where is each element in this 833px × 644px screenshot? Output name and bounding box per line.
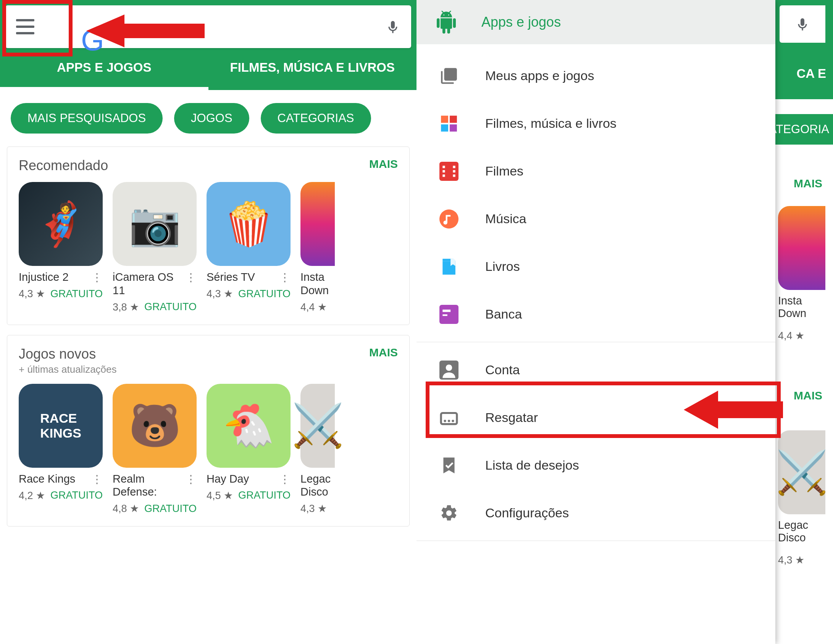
section-subtitle: + últimas atualizações — [19, 364, 117, 375]
svg-rect-16 — [442, 314, 447, 316]
svg-rect-3 — [441, 124, 448, 132]
chip-most-searched[interactable]: MAIS PESQUISADOS — [11, 103, 163, 134]
more-link[interactable]: MAIS — [794, 389, 822, 402]
app-card[interactable]: 🐻 Realm Defense:⋮ 4,8 ★GRATUITO — [113, 384, 197, 515]
app-name: Hay Day — [207, 472, 277, 486]
app-rating: 4,2 ★ — [19, 489, 45, 502]
svg-point-22 — [452, 420, 454, 422]
filter-chips: MAIS PESQUISADOS JOGOS CATEGORIAS — [0, 90, 416, 147]
svg-rect-11 — [453, 174, 455, 177]
app-price: GRATUITO — [238, 288, 291, 300]
drawer-item-label: Livros — [485, 259, 520, 274]
app-price: GRATUITO — [144, 503, 197, 515]
app-name: Insta Down — [300, 270, 335, 297]
svg-rect-9 — [453, 166, 455, 168]
drawer-item-label: Resgatar — [485, 410, 538, 425]
app-rating: 3,8 ★ — [113, 301, 139, 313]
drawer-item-movies[interactable]: Filmes — [416, 147, 775, 195]
app-price: GRATUITO — [50, 489, 103, 501]
drawer-header[interactable]: Apps e jogos — [416, 0, 775, 44]
drawer-item-media[interactable]: Filmes, música e livros — [416, 100, 775, 147]
app-icon: RACEKINGS — [19, 384, 103, 468]
overflow-icon[interactable]: ⋮ — [89, 472, 103, 486]
app-rating: 4,5 ★ — [207, 489, 233, 502]
navigation-drawer: Apps e jogos Meus apps e jogos — [416, 0, 775, 644]
svg-rect-14 — [439, 305, 458, 324]
section-title: Jogos novos — [19, 346, 117, 362]
settings-icon — [439, 503, 459, 523]
background-peek: CA E ATEGORIA MAIS Insta Down 4,4 ★ MAIS… — [772, 0, 833, 644]
screenshot-right: CA E ATEGORIA MAIS Insta Down 4,4 ★ MAIS… — [416, 0, 833, 644]
chip-categories[interactable]: CATEGORIAS — [261, 103, 371, 134]
app-card[interactable]: 🍿 Séries TV⋮ 4,3 ★GRATUITO — [207, 182, 291, 313]
section-title: Recomendado — [19, 158, 108, 174]
more-link[interactable]: MAIS — [369, 158, 398, 171]
app-rating: 4,8 ★ — [113, 502, 139, 515]
voice-search-icon[interactable] — [385, 15, 400, 38]
app-name: Race Kings — [19, 472, 89, 486]
drawer-item-my-apps[interactable]: Meus apps e jogos — [416, 52, 775, 100]
app-rating: 4,4 ★ — [778, 330, 828, 342]
app-card[interactable]: 🐔 Hay Day⋮ 4,5 ★GRATUITO — [207, 384, 291, 515]
app-icon: ⚔️ — [300, 384, 335, 468]
app-icon: 🐻 — [113, 384, 197, 468]
app-icon: ⚔️ — [778, 430, 825, 514]
drawer-item-music[interactable]: Música — [416, 195, 775, 243]
drawer-item-label: Música — [485, 211, 526, 226]
app-price: GRATUITO — [238, 489, 291, 501]
app-name: Séries TV — [207, 270, 277, 284]
drawer-item-label: Meus apps e jogos — [485, 68, 594, 83]
overflow-icon[interactable]: ⋮ — [183, 270, 197, 284]
overflow-icon[interactable]: ⋮ — [277, 270, 291, 284]
app-row: RACEKINGS Race Kings⋮ 4,2 ★GRATUITO 🐻 Re… — [7, 378, 409, 526]
overflow-icon[interactable]: ⋮ — [89, 270, 103, 284]
drawer-item-wishlist[interactable]: Lista de desejos — [416, 441, 775, 489]
app-name: Realm Defense: — [113, 472, 183, 499]
app-card[interactable]: RACEKINGS Race Kings⋮ 4,2 ★GRATUITO — [19, 384, 103, 515]
search-bar[interactable]: G — [5, 5, 411, 48]
drawer-item-label: Filmes, música e livros — [485, 116, 617, 131]
voice-search-icon[interactable] — [795, 13, 810, 35]
app-card[interactable]: 📷 iCamera OS 11⋮ 3,8 ★GRATUITO — [113, 182, 197, 313]
svg-rect-2 — [450, 116, 457, 123]
news-icon — [439, 304, 459, 325]
app-card[interactable]: ⚔️ Legac Disco 4,3 ★ — [300, 384, 335, 515]
drawer-item-settings[interactable]: Configurações — [416, 489, 775, 537]
book-icon — [439, 256, 459, 277]
tab-movies-music-books[interactable]: FILMES, MÚSICA E LIVROS — [208, 48, 417, 90]
svg-rect-8 — [442, 174, 445, 177]
app-card[interactable]: ⚔️ Legac Disco 4,3 ★ — [778, 430, 828, 566]
chip-games[interactable]: JOGOS — [174, 103, 249, 134]
redeem-icon — [439, 407, 459, 428]
search-bar-container: G — [0, 0, 416, 48]
app-icon: 🦸 — [19, 182, 103, 266]
svg-rect-6 — [442, 166, 445, 168]
overflow-icon[interactable]: ⋮ — [277, 472, 291, 486]
primary-tabs: APPS E JOGOS FILMES, MÚSICA E LIVROS — [0, 48, 416, 90]
drawer-item-label: Configurações — [485, 506, 569, 520]
svg-rect-19 — [441, 413, 457, 424]
menu-icon[interactable] — [16, 19, 34, 34]
drawer-item-books[interactable]: Livros — [416, 243, 775, 290]
app-card[interactable]: Insta Down 4,4 ★ — [778, 206, 828, 342]
app-icon: 🐔 — [207, 384, 291, 468]
svg-rect-7 — [442, 170, 445, 172]
more-link[interactable]: MAIS — [369, 346, 398, 359]
drawer-item-account[interactable]: Conta — [416, 346, 775, 394]
overflow-icon[interactable]: ⋮ — [183, 472, 197, 486]
drawer-item-newsstand[interactable]: Banca — [416, 290, 775, 338]
more-link[interactable]: MAIS — [794, 177, 822, 190]
svg-rect-1 — [441, 116, 448, 123]
drawer-item-redeem[interactable]: Resgatar — [416, 394, 775, 441]
svg-point-18 — [446, 364, 452, 371]
app-name: Insta Down — [778, 295, 828, 320]
app-card[interactable]: 🦸 Injustice 2⋮ 4,3 ★GRATUITO — [19, 182, 103, 313]
drawer-item-label: Filmes — [485, 164, 523, 179]
app-price: GRATUITO — [50, 288, 103, 300]
app-icon — [300, 182, 335, 266]
app-icon: 🍿 — [207, 182, 291, 266]
app-rating: 4,3 ★ — [207, 288, 233, 300]
media-icon — [439, 113, 459, 134]
app-card[interactable]: Insta Down 4,4 ★ — [300, 182, 335, 313]
tab-apps-games[interactable]: APPS E JOGOS — [0, 48, 208, 90]
